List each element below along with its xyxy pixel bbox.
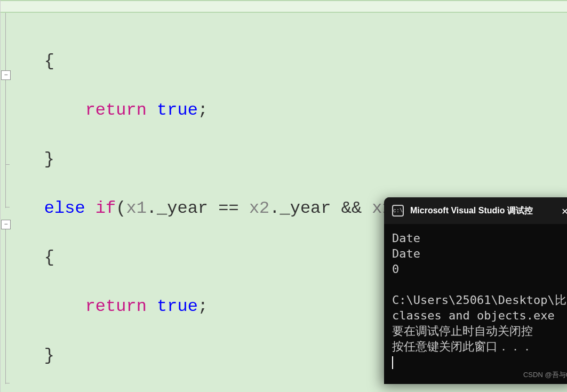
paren: ( <box>116 198 126 218</box>
keyword-true: true <box>147 100 198 120</box>
member-year: _year <box>157 198 208 218</box>
output-path: C:\Users\25061\Desktop\比 <box>392 293 566 307</box>
console-output[interactable]: Date Date 0 C:\Users\25061\Desktop\比 cla… <box>384 224 567 376</box>
console-title: Microsoft Visual Studio 调试控 <box>410 205 555 217</box>
keyword-return: return <box>3 100 147 120</box>
output-line: Date <box>392 247 420 260</box>
brace: } <box>3 346 54 365</box>
brace: } <box>3 149 54 169</box>
cursor <box>392 356 393 369</box>
watermark: CSDN @吾与C <box>523 370 567 380</box>
highlighted-line <box>1 0 567 13</box>
keyword-else: else <box>3 198 85 218</box>
output-message: 要在调试停止时自动关闭控 <box>392 324 533 338</box>
var-x1: x1 <box>126 198 146 218</box>
terminal-icon: c:\ <box>392 205 404 217</box>
member-year: _year <box>279 198 331 218</box>
semicolon: ; <box>198 100 208 120</box>
close-icon[interactable]: ✕ <box>562 204 567 218</box>
output-exe: classes and objects.exe <box>392 309 555 322</box>
keyword-true: true <box>147 297 198 316</box>
output-line: Date <box>392 231 420 245</box>
console-window[interactable]: c:\ Microsoft Visual Studio 调试控 ✕ Date D… <box>384 197 567 384</box>
var-x2: x2 <box>249 198 269 218</box>
console-titlebar[interactable]: c:\ Microsoft Visual Studio 调试控 ✕ <box>384 197 567 224</box>
output-message: 按任意键关闭此窗口．．． <box>392 340 533 353</box>
brace: { <box>3 247 54 267</box>
keyword-return: return <box>3 297 147 316</box>
output-line: 0 <box>392 262 399 276</box>
brace: { <box>3 51 54 71</box>
keyword-if: if <box>85 198 116 218</box>
